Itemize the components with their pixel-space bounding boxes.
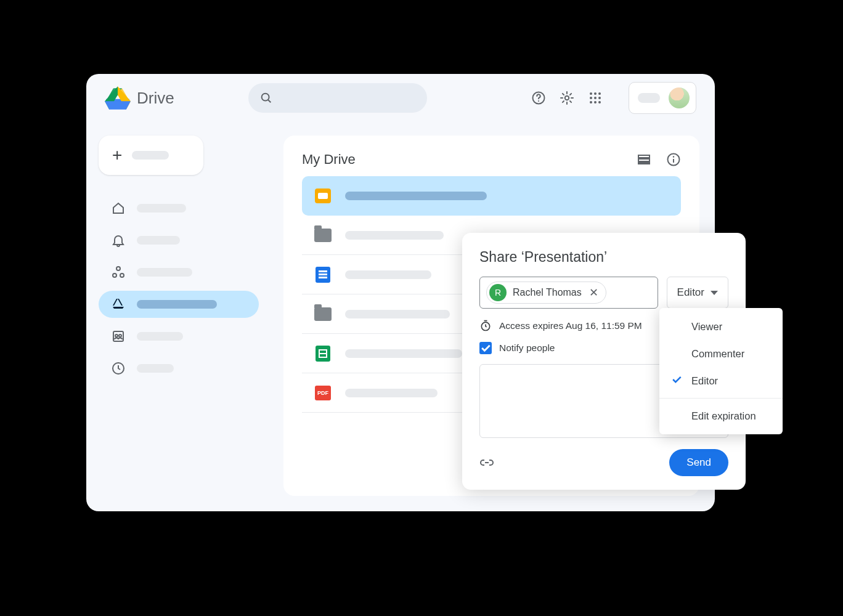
notify-checkbox[interactable] xyxy=(479,342,492,354)
role-option-edit-expiration[interactable]: Edit expiration xyxy=(659,402,783,429)
list-view-icon[interactable] xyxy=(637,152,651,167)
sidebar: + xyxy=(99,136,259,382)
info-icon[interactable] xyxy=(666,152,681,167)
role-menu: Viewer Commenter Editor Edit expiration xyxy=(659,308,783,434)
svg-point-15 xyxy=(590,101,592,103)
workspaces-icon xyxy=(111,265,126,280)
person-name: Rachel Thomas xyxy=(513,287,582,298)
send-button[interactable]: Send xyxy=(669,449,728,476)
search-input[interactable] xyxy=(248,83,427,113)
share-title: Share ‘Presentation’ xyxy=(479,249,728,265)
logo-block[interactable]: Drive xyxy=(105,85,174,111)
person-avatar: R xyxy=(489,284,507,301)
menu-separator xyxy=(659,398,783,399)
bell-icon xyxy=(111,233,126,248)
drive-icon xyxy=(111,297,126,312)
check-icon xyxy=(670,373,683,389)
svg-point-18 xyxy=(116,267,120,270)
folder-icon xyxy=(314,227,332,244)
svg-point-30 xyxy=(673,156,674,157)
main-head: My Drive xyxy=(302,152,681,168)
sidebar-item-mydrive[interactable] xyxy=(99,291,259,318)
copy-link-icon[interactable] xyxy=(479,455,494,470)
people-input[interactable]: R Rachel Thomas ✕ xyxy=(479,277,658,309)
role-option-editor[interactable]: Editor xyxy=(659,367,783,394)
avatar[interactable] xyxy=(667,86,691,110)
svg-point-14 xyxy=(598,97,601,99)
shared-drives-icon xyxy=(111,329,126,344)
settings-icon[interactable] xyxy=(560,91,574,105)
person-chip[interactable]: R Rachel Thomas ✕ xyxy=(486,282,606,304)
header: Drive xyxy=(86,74,715,122)
svg-line-5 xyxy=(268,100,271,102)
sidebar-item-recent[interactable] xyxy=(99,355,259,382)
role-dropdown-button[interactable]: Editor xyxy=(667,277,728,309)
svg-point-23 xyxy=(119,334,121,337)
svg-point-12 xyxy=(590,97,592,99)
svg-point-13 xyxy=(594,97,597,99)
sheets-icon xyxy=(314,345,332,362)
pdf-icon: PDF xyxy=(314,384,332,402)
sidebar-item-workspaces[interactable] xyxy=(99,259,259,286)
svg-point-20 xyxy=(120,274,124,277)
role-option-commenter[interactable]: Commenter xyxy=(659,340,783,367)
page-title: My Drive xyxy=(302,152,356,168)
svg-point-16 xyxy=(594,101,597,103)
svg-point-17 xyxy=(598,101,601,103)
search-icon xyxy=(259,91,273,105)
svg-rect-27 xyxy=(638,163,650,164)
clock-icon xyxy=(111,361,126,376)
notify-label: Notify people xyxy=(499,342,555,354)
svg-point-10 xyxy=(594,92,597,95)
svg-point-19 xyxy=(113,274,116,277)
new-button[interactable]: + xyxy=(99,136,203,175)
svg-point-8 xyxy=(565,96,569,100)
docs-icon xyxy=(314,266,332,283)
svg-rect-26 xyxy=(638,159,650,161)
plus-icon: + xyxy=(112,145,122,165)
svg-rect-25 xyxy=(638,155,650,158)
file-row-slides[interactable] xyxy=(302,176,681,216)
sidebar-item-shared-drives[interactable] xyxy=(99,323,259,350)
role-label: Editor xyxy=(677,286,704,299)
help-icon[interactable] xyxy=(531,91,546,105)
timer-icon xyxy=(479,320,492,332)
new-button-label-placeholder xyxy=(132,151,169,160)
account-switcher[interactable] xyxy=(629,82,696,114)
sidebar-item-home[interactable] xyxy=(99,195,259,222)
svg-point-22 xyxy=(115,334,118,337)
home-icon xyxy=(111,201,126,216)
folder-icon xyxy=(314,306,332,323)
expiration-text: Access expires Aug 16, 11:59 PM xyxy=(499,320,642,331)
role-option-viewer[interactable]: Viewer xyxy=(659,313,783,340)
svg-point-7 xyxy=(538,100,539,102)
svg-point-4 xyxy=(261,94,269,101)
sidebar-item-activity[interactable] xyxy=(99,227,259,254)
caret-down-icon xyxy=(711,291,718,295)
slides-icon xyxy=(314,187,332,205)
apps-icon[interactable] xyxy=(588,91,603,105)
account-label-placeholder xyxy=(638,93,660,103)
svg-point-9 xyxy=(590,92,592,95)
drive-logo-icon xyxy=(105,85,131,111)
svg-point-11 xyxy=(598,92,601,95)
header-icons xyxy=(531,82,696,114)
remove-person-icon[interactable]: ✕ xyxy=(588,286,600,299)
app-title: Drive xyxy=(137,89,174,108)
